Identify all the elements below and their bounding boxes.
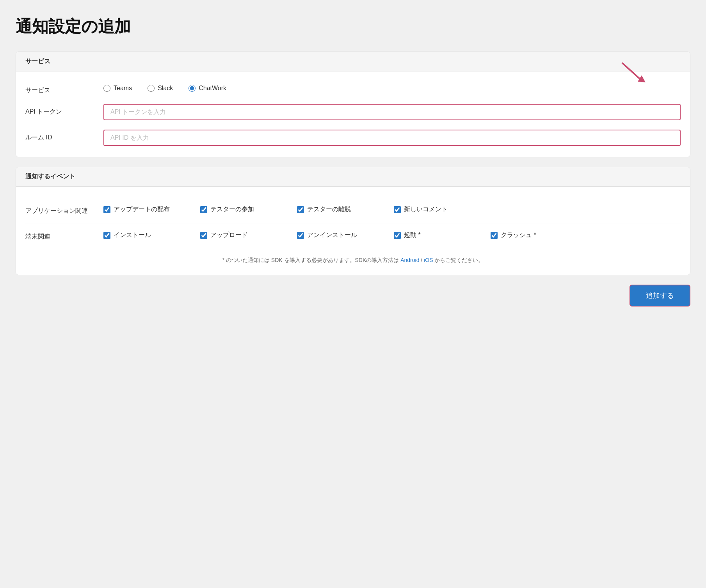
service-label: サービス	[25, 82, 103, 94]
device-events-checkboxes: インストール アップロード アンインストール 起動 * クラッシュ *	[103, 231, 681, 239]
checkbox-start[interactable]: 起動 *	[394, 231, 472, 239]
events-section-header: 通知するイベント	[16, 167, 690, 187]
checkbox-start-label[interactable]: 起動 *	[404, 231, 421, 239]
checkbox-new-comment-label[interactable]: 新しいコメント	[404, 205, 448, 214]
api-token-input[interactable]	[103, 104, 681, 120]
events-section: 通知するイベント アプリケーション関連 アップデートの配布 テスターの参加 テス…	[16, 167, 690, 275]
radio-teams-label[interactable]: Teams	[114, 85, 132, 92]
submit-button[interactable]: 追加する	[630, 285, 690, 306]
checkbox-install[interactable]: インストール	[103, 231, 181, 239]
checkbox-uninstall-label[interactable]: アンインストール	[307, 231, 357, 239]
room-id-input[interactable]	[103, 130, 681, 146]
page-title: 通知設定の追加	[16, 16, 690, 37]
app-events-row: アプリケーション関連 アップデートの配布 テスターの参加 テスターの離脱 新しい…	[25, 198, 681, 223]
api-token-row: API トークン	[25, 104, 681, 120]
checkbox-install-label[interactable]: インストール	[114, 231, 151, 239]
sdk-note-prefix: * のついた通知には SDK を導入する必要があります。SDKの導入方法は	[222, 257, 399, 263]
room-id-row: ルーム ID	[25, 130, 681, 146]
room-id-label: ルーム ID	[25, 130, 103, 142]
sdk-ios-link[interactable]: iOS	[424, 257, 433, 263]
api-token-control	[103, 104, 681, 120]
checkbox-new-comment[interactable]: 新しいコメント	[394, 205, 472, 214]
app-events-label: アプリケーション関連	[25, 205, 103, 215]
checkbox-tester-leave[interactable]: テスターの離脱	[297, 205, 375, 214]
checkbox-update-dist-label[interactable]: アップデートの配布	[114, 205, 170, 214]
sdk-note-suffix: からご覧ください。	[434, 257, 484, 263]
api-token-label: API トークン	[25, 104, 103, 116]
checkbox-crash[interactable]: クラッシュ *	[491, 231, 569, 239]
checkbox-tester-join[interactable]: テスターの参加	[200, 205, 278, 214]
app-events-checkboxes: アップデートの配布 テスターの参加 テスターの離脱 新しいコメント	[103, 205, 681, 214]
checkbox-upload[interactable]: アップロード	[200, 231, 278, 239]
checkbox-tester-leave-label[interactable]: テスターの離脱	[307, 205, 351, 214]
radio-teams[interactable]: Teams	[103, 85, 132, 92]
sdk-separator: /	[421, 257, 424, 263]
service-radio-group: Teams Slack ChatWork	[103, 82, 681, 92]
checkbox-upload-label[interactable]: アップロード	[210, 231, 248, 239]
radio-chatwork-label[interactable]: ChatWork	[199, 85, 226, 92]
checkbox-tester-join-label[interactable]: テスターの参加	[210, 205, 254, 214]
room-id-control	[103, 130, 681, 146]
radio-chatwork[interactable]: ChatWork	[189, 85, 226, 92]
radio-slack[interactable]: Slack	[148, 85, 173, 92]
checkbox-update-dist[interactable]: アップデートの配布	[103, 205, 181, 214]
service-row: サービス Teams Slack	[25, 82, 681, 94]
checkbox-uninstall[interactable]: アンインストール	[297, 231, 375, 239]
svg-marker-1	[638, 75, 646, 82]
sdk-note: * のついた通知には SDK を導入する必要があります。SDKの導入方法は An…	[25, 257, 681, 264]
device-events-label: 端末関連	[25, 231, 103, 241]
footer: 追加する	[16, 285, 690, 306]
sdk-android-link[interactable]: Android	[400, 257, 419, 263]
service-section-header: サービス	[16, 52, 690, 71]
service-section: サービス サービス Teams	[16, 52, 690, 157]
device-events-row: 端末関連 インストール アップロード アンインストール 起動 *	[25, 223, 681, 249]
checkbox-crash-label[interactable]: クラッシュ *	[501, 231, 536, 239]
radio-slack-label[interactable]: Slack	[158, 85, 173, 92]
